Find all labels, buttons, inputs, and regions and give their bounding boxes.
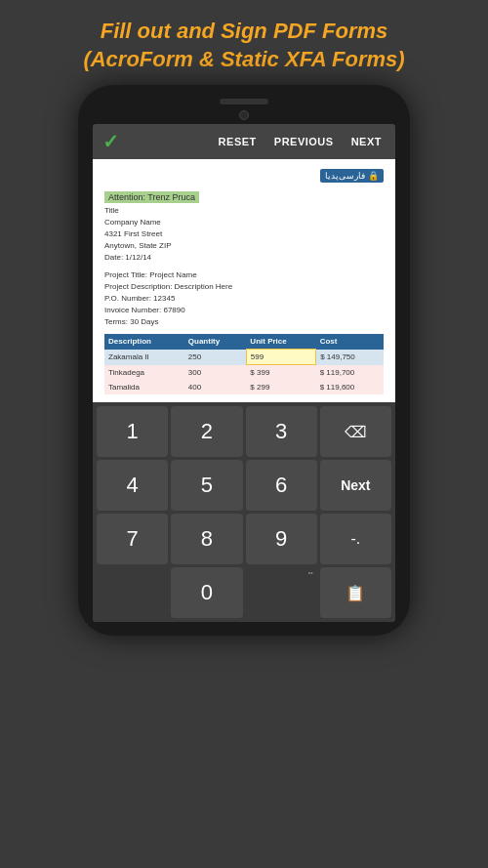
key-7[interactable]: 7 (97, 514, 168, 564)
table-row: Tamalida 400 $ 299 $ 119,600 (104, 380, 384, 394)
key-6[interactable]: 6 (246, 460, 317, 511)
key-8[interactable]: 8 (171, 514, 242, 564)
previous-button[interactable]: PREVIOUS (270, 134, 338, 149)
key-empty-left (97, 567, 168, 618)
headline: Fill out and Sign PDF Forms (AcroForm & … (63, 0, 424, 85)
key-0[interactable]: 0 (171, 567, 242, 618)
key-3[interactable]: 3 (246, 406, 317, 457)
phone-wrapper: ✓ RESET PREVIOUS NEXT فارسی‌پدیا 🔒 Atten… (78, 85, 410, 636)
col-quantity: Quantity (184, 334, 247, 350)
key-clipboard[interactable]: 📋 (320, 567, 391, 618)
key-4[interactable]: 4 (97, 460, 168, 511)
phone-camera (239, 110, 249, 120)
toolbar: ✓ RESET PREVIOUS NEXT (93, 124, 395, 159)
col-description: Description (104, 334, 184, 350)
key-9[interactable]: 9 (246, 514, 317, 564)
key-5[interactable]: 5 (171, 460, 242, 511)
invoice-table: Description Quantity Unit Price Cost Zak… (104, 334, 384, 394)
col-unit-price: Unit Price (246, 334, 315, 350)
reset-button[interactable]: RESET (215, 134, 261, 149)
key-2[interactable]: 2 (171, 406, 242, 457)
next-toolbar-button[interactable]: NEXT (347, 134, 386, 149)
pdf-info: Title Company Name 4321 First Street Any… (104, 205, 384, 264)
backspace-key[interactable]: ⌫ (320, 406, 391, 457)
keypad: 1 2 3 ⌫ 4 5 6 Next 7 8 9 -. 0 •• 📋 (93, 402, 395, 622)
table-row: Tinkadega 300 $ 399 $ 119,700 (104, 365, 384, 381)
table-row: Zakamala II 250 599 $ 149,750 (104, 350, 384, 365)
check-icon[interactable]: ✓ (102, 130, 119, 153)
pdf-project: Project Title: Project Name Project Desc… (104, 269, 384, 328)
col-cost: Cost (316, 334, 384, 350)
key-empty-right: •• (246, 567, 317, 618)
attention-label: Attention: Trenz Pruca (104, 191, 199, 203)
key-1[interactable]: 1 (97, 406, 168, 457)
key-dash-dot[interactable]: -. (320, 514, 391, 564)
farsi-logo: فارسی‌پدیا 🔒 (320, 169, 384, 183)
phone-speaker (220, 99, 268, 104)
next-key[interactable]: Next (320, 460, 391, 511)
phone-screen: ✓ RESET PREVIOUS NEXT فارسی‌پدیا 🔒 Atten… (93, 124, 395, 622)
pdf-area: فارسی‌پدیا 🔒 Attention: Trenz Pruca Titl… (93, 159, 395, 402)
